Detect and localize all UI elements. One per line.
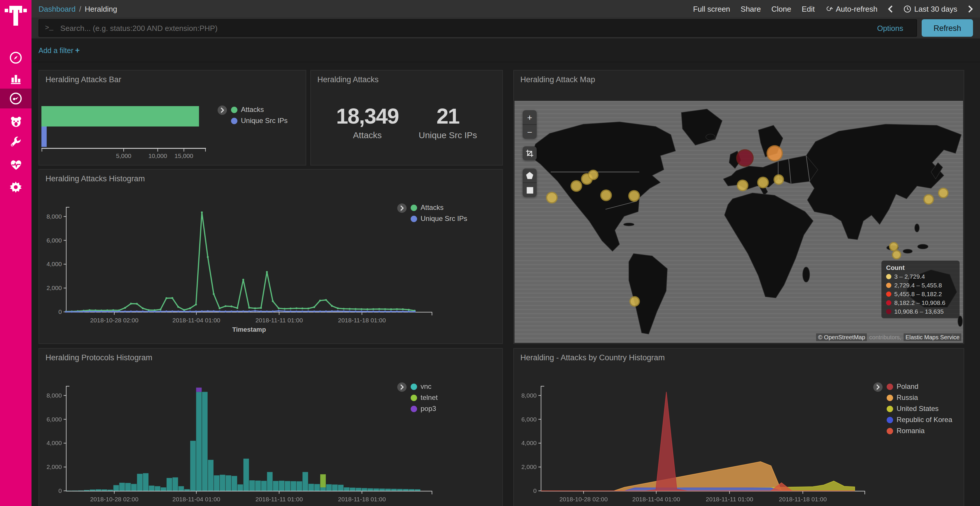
attack-location-circle[interactable] [629, 296, 640, 307]
zoom-in-button[interactable]: + [523, 110, 537, 124]
legend-item[interactable]: vnc [410, 382, 438, 390]
legend-label: Attacks [421, 203, 444, 212]
svg-text:2018-10-28 02:00: 2018-10-28 02:00 [90, 496, 138, 503]
search-bar-row: >_ Options Refresh [32, 17, 980, 38]
svg-text:2018-11-18 01:00: 2018-11-18 01:00 [779, 496, 827, 503]
legend-item[interactable]: Romania [887, 427, 952, 435]
clock-icon [904, 5, 912, 13]
attack-location-circle[interactable] [923, 194, 934, 205]
attack-location-circle[interactable] [736, 149, 754, 167]
panel-title[interactable]: Heralding Attack Map [520, 75, 595, 84]
svg-text:2018-11-11 01:00: 2018-11-11 01:00 [256, 496, 303, 503]
legend-item[interactable]: Unique Src IPs [231, 117, 288, 125]
svg-text:4,000: 4,000 [521, 439, 537, 446]
legend-item[interactable]: pop3 [410, 404, 438, 413]
panel-title[interactable]: Heralding - Attacks by Country Histogram [520, 353, 665, 362]
sidebar-item-devtools[interactable] [0, 133, 32, 153]
attack-location-circle[interactable] [737, 179, 748, 191]
attack-location-circle[interactable] [628, 190, 640, 202]
osm-attribution-link[interactable]: © OpenStreetMap [816, 333, 867, 341]
attack-location-circle[interactable] [571, 180, 582, 192]
panel-title[interactable]: Heralding Attacks Bar [46, 75, 121, 84]
legend-item: 3 – 2,729.4 [886, 273, 955, 280]
chevron-right-icon [968, 5, 973, 13]
nav-actions: Full screen Share Clone Edit Auto-refres… [693, 5, 980, 13]
options-link[interactable]: Options [864, 24, 916, 32]
attack-location-circle[interactable] [773, 174, 784, 185]
attack-location-circle[interactable] [767, 145, 783, 162]
sidebar-item-monitoring[interactable] [0, 155, 32, 175]
edit-button[interactable]: Edit [802, 5, 815, 13]
time-back-button[interactable] [888, 5, 893, 13]
svg-text:6,000: 6,000 [46, 237, 62, 244]
svg-text:4,000: 4,000 [46, 260, 62, 267]
chevron-right-icon [400, 205, 404, 211]
panel-title[interactable]: Heralding Protocols Histogram [46, 353, 152, 362]
crop-fit-button[interactable] [523, 146, 537, 160]
ems-attribution-link[interactable]: Elastic Maps Service [904, 333, 961, 341]
attack-location-circle[interactable] [757, 177, 769, 188]
clone-button[interactable]: Clone [772, 5, 791, 13]
search-input[interactable] [59, 23, 864, 33]
legend-toggle-button[interactable] [218, 106, 227, 115]
sidebar-item-management[interactable] [0, 177, 32, 197]
svg-text:Timestamp: Timestamp [232, 505, 266, 506]
zoom-out-button[interactable]: − [523, 124, 537, 139]
legend-items: PolandRussiaUnited StatesRepublic of Kor… [887, 382, 952, 435]
refresh-button[interactable]: Refresh [922, 19, 973, 37]
legend-toggle-button[interactable] [873, 382, 883, 392]
legend-item: 2,729.4 – 5,455.8 [886, 282, 955, 289]
attack-location-circle[interactable] [892, 250, 901, 259]
autorefresh-button[interactable]: Auto-refresh [825, 5, 877, 13]
legend-item[interactable]: Attacks [231, 106, 288, 114]
attack-location-circle[interactable] [546, 192, 558, 203]
time-forward-button[interactable] [968, 5, 973, 13]
refresh-cycle-icon [825, 5, 833, 13]
legend-item[interactable]: telnet [410, 393, 438, 402]
legend-item[interactable]: Unique Src IPs [410, 214, 467, 223]
svg-text:8,000: 8,000 [46, 213, 62, 220]
legend-label: 5,455.8 – 8,182.2 [894, 290, 942, 297]
legend-item: 10,908.6 – 13,635 [886, 308, 955, 315]
svg-text:8,000: 8,000 [46, 392, 62, 399]
panel-title[interactable]: Heralding Attacks Histogram [46, 174, 145, 183]
legend-toggle-button[interactable] [397, 203, 407, 213]
legend-dot-icon [410, 204, 417, 211]
panel-title[interactable]: Heralding Attacks [317, 75, 379, 84]
legend-item[interactable]: Attacks [410, 203, 467, 212]
time-range-picker[interactable]: Last 30 days [904, 5, 957, 13]
chevron-right-icon [400, 384, 404, 390]
share-button[interactable]: Share [741, 5, 760, 13]
telekom-logo[interactable] [5, 5, 27, 28]
legend-label: United States [897, 404, 939, 413]
bear-icon [9, 116, 22, 128]
legend-item[interactable]: Russia [887, 393, 952, 402]
panel-attacks-metric: Heralding Attacks 18,349 Attacks 21 Uniq… [310, 70, 503, 165]
legend-item[interactable]: United States [887, 404, 952, 413]
fullscreen-button[interactable]: Full screen [693, 5, 730, 13]
attack-location-circle[interactable] [600, 189, 612, 201]
svg-text:0: 0 [58, 487, 62, 494]
legend-item[interactable]: Poland [887, 382, 952, 390]
sidebar-item-dashboard[interactable] [0, 89, 32, 108]
sidebar-item-discover[interactable] [0, 48, 32, 68]
add-filter-link[interactable]: Add a filter+ [38, 46, 80, 54]
legend-item[interactable]: Republic of Korea [887, 416, 952, 424]
legend-label: vnc [421, 382, 431, 390]
legend-items: AttacksUnique Src IPs [231, 106, 288, 125]
legend-toggle-button[interactable] [397, 382, 407, 392]
map-canvas[interactable]: + − Count 3 – 2,729.42,729.4 – 5,455.85,… [514, 101, 963, 343]
sidebar-item-visualize[interactable] [0, 69, 32, 89]
attack-location-circle[interactable] [588, 170, 598, 180]
breadcrumb-dashboard-link[interactable]: Dashboard [38, 5, 76, 13]
panel-attacks-bar: Heralding Attacks Bar 5,00010,00015,000 … [38, 70, 306, 165]
map-attribution: © OpenStreetMap contributors, Elastic Ma… [816, 333, 961, 341]
attack-location-circle[interactable] [938, 188, 948, 198]
legend-dot-icon [886, 274, 891, 279]
draw-polygon-button[interactable] [523, 168, 537, 182]
map-fit-control [523, 146, 537, 160]
app-sidebar [0, 0, 32, 506]
legend-dot-icon [410, 405, 417, 412]
sidebar-item-honeypot[interactable] [0, 112, 32, 132]
draw-rectangle-button[interactable] [523, 182, 537, 197]
